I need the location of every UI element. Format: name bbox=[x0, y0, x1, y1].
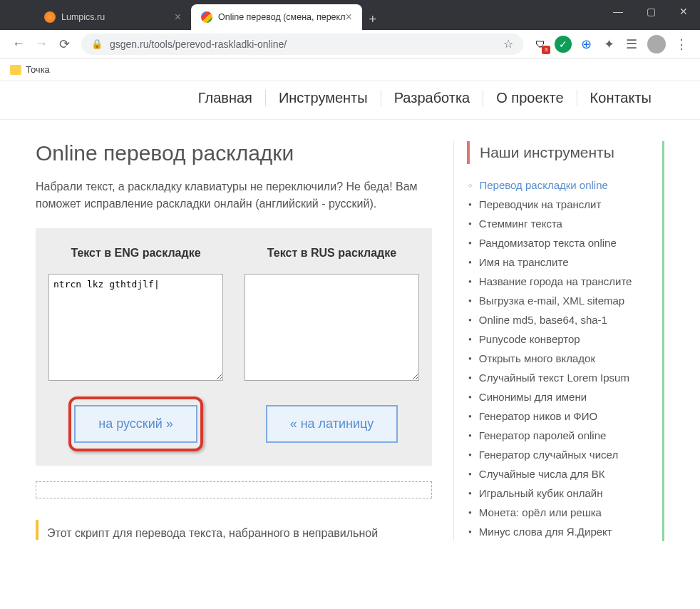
intro-text: Набрали текст, а раскладку клавиатуры не… bbox=[36, 178, 432, 213]
address-bar[interactable]: 🔒 gsgen.ru/tools/perevod-raskladki-onlin… bbox=[81, 34, 523, 55]
rus-textarea[interactable] bbox=[245, 274, 419, 381]
tool-link[interactable]: Генератор паролей online bbox=[467, 426, 662, 445]
ad-placeholder bbox=[36, 481, 432, 498]
favicon-icon bbox=[44, 11, 56, 23]
tab-title: Online перевод (смена, перекл bbox=[218, 12, 345, 22]
tool-link[interactable]: Генератор ников и ФИО bbox=[467, 406, 662, 426]
favicon-icon bbox=[201, 11, 212, 23]
extension-icon[interactable]: 🛡 bbox=[532, 36, 549, 53]
extensions-button[interactable]: ✦ bbox=[597, 33, 620, 56]
browser-tab-active[interactable]: Online перевод (смена, перекл × bbox=[191, 4, 362, 30]
nav-tools[interactable]: Инструменты bbox=[266, 90, 381, 106]
folder-icon bbox=[10, 65, 21, 75]
tool-link[interactable]: Синонимы для имени bbox=[467, 387, 662, 406]
extension-icon[interactable]: ⊕ bbox=[577, 36, 595, 53]
bookmark-label: Точка bbox=[26, 64, 50, 75]
bookmarks-bar: Точка bbox=[0, 58, 700, 81]
site-nav: Главная Инструменты Разработка О проекте… bbox=[0, 81, 700, 120]
sidebar: Наши инструменты Перевод раскладки onlin… bbox=[453, 141, 664, 541]
bookmark-star-icon[interactable]: ☆ bbox=[503, 37, 513, 51]
nav-about[interactable]: О проекте bbox=[483, 90, 577, 106]
back-button[interactable]: ← bbox=[7, 33, 30, 56]
nav-contacts[interactable]: Контакты bbox=[577, 90, 664, 106]
page-viewport[interactable]: Главная Инструменты Разработка О проекте… bbox=[0, 81, 700, 609]
profile-avatar[interactable] bbox=[647, 35, 666, 53]
extension-icon[interactable]: ✓ bbox=[555, 36, 572, 53]
tool-link[interactable]: Случайные числа для ВК bbox=[467, 464, 662, 483]
tool-link[interactable]: Монета: орёл или решка bbox=[467, 503, 662, 522]
converter-panel: Текст в ENG раскладке Текст в RUS раскла… bbox=[36, 228, 432, 466]
tool-link[interactable]: Открыть много вкладок bbox=[467, 349, 662, 368]
tool-link[interactable]: Переводчик на транслит bbox=[467, 195, 662, 214]
new-tab-button[interactable]: + bbox=[362, 9, 384, 30]
tool-link[interactable]: Punycode конвертор bbox=[467, 329, 662, 349]
eng-textarea[interactable] bbox=[48, 274, 223, 381]
tool-link[interactable]: Случайный текст Lorem Ipsum bbox=[467, 368, 662, 387]
minimize-button[interactable]: — bbox=[602, 0, 634, 23]
tool-link[interactable]: Название города на транслите bbox=[467, 272, 662, 291]
rus-column-label: Текст в RUS раскладке bbox=[245, 247, 419, 260]
bookmark-folder[interactable]: Точка bbox=[10, 64, 50, 75]
reload-button[interactable]: ⟳ bbox=[53, 33, 76, 56]
nav-home[interactable]: Главная bbox=[185, 90, 266, 106]
tool-link[interactable]: Рандомизатор текста online bbox=[467, 233, 662, 252]
to-latin-button[interactable]: « на латиницу bbox=[266, 405, 398, 443]
close-icon[interactable]: × bbox=[345, 11, 351, 24]
tab-title: Lumpics.ru bbox=[61, 12, 105, 22]
maximize-button[interactable]: ▢ bbox=[634, 0, 667, 23]
reading-list-icon[interactable]: ☰ bbox=[620, 33, 643, 56]
lock-icon: 🔒 bbox=[91, 39, 103, 49]
browser-titlebar: Lumpics.ru × Online перевод (смена, пере… bbox=[0, 0, 700, 30]
tool-link[interactable]: Перевод раскладки online bbox=[467, 175, 662, 195]
tool-link[interactable]: Имя на транслите bbox=[467, 252, 662, 272]
tool-link[interactable]: Online md5, base64, sha-1 bbox=[467, 310, 662, 329]
tool-link[interactable]: Выгрузка e-mail, XML sitemap bbox=[467, 291, 662, 310]
sidebar-title: Наши инструменты bbox=[467, 141, 662, 164]
to-russian-button[interactable]: на русский » bbox=[74, 405, 197, 443]
description-text: Этот скрипт для перевода текста, набранн… bbox=[36, 520, 432, 540]
page-title: Online перевод раскладки bbox=[36, 141, 432, 165]
menu-button[interactable]: ⋮ bbox=[670, 33, 693, 56]
tool-link[interactable]: Минус слова для Я.Директ bbox=[467, 522, 662, 541]
tool-link[interactable]: Генератор случайных чисел bbox=[467, 445, 662, 464]
close-icon[interactable]: × bbox=[175, 11, 181, 24]
nav-dev[interactable]: Разработка bbox=[381, 90, 484, 106]
browser-tab[interactable]: Lumpics.ru × bbox=[34, 4, 191, 30]
forward-button[interactable]: → bbox=[30, 33, 53, 56]
tools-list: Перевод раскладки online Переводчик на т… bbox=[467, 175, 662, 541]
browser-toolbar: ← → ⟳ 🔒 gsgen.ru/tools/perevod-raskladki… bbox=[0, 30, 700, 58]
url-text: gsgen.ru/tools/perevod-raskladki-online/ bbox=[110, 39, 287, 50]
tool-link[interactable]: Стемминг текста bbox=[467, 214, 662, 233]
eng-column-label: Текст в ENG раскладке bbox=[48, 247, 223, 260]
tool-link[interactable]: Игральный кубик онлайн bbox=[467, 483, 662, 503]
main-content: Online перевод раскладки Набрали текст, … bbox=[36, 141, 432, 541]
close-window-button[interactable]: ✕ bbox=[667, 0, 700, 23]
